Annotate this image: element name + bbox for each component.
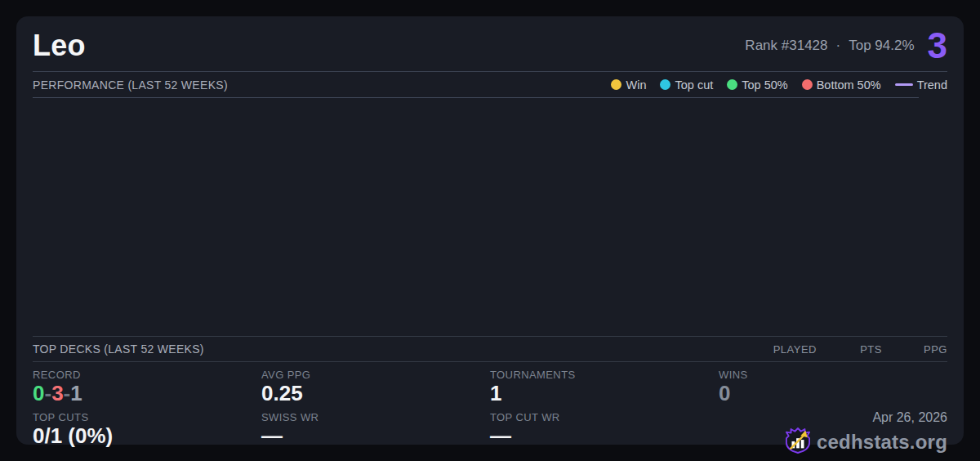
wins-value: 0 — [719, 382, 947, 406]
footer-cell: Apr 26, 2026 cedhstats.org — [719, 409, 947, 454]
performance-chart — [33, 97, 919, 336]
rank-separator: · — [836, 38, 841, 54]
win-dot-icon — [611, 79, 621, 90]
column-pts: PTS — [817, 343, 882, 356]
stat-label: RECORD — [33, 369, 261, 381]
card-header: Leo Rank #31428 · Top 94.2% 3 — [33, 16, 947, 72]
legend-label: Win — [626, 78, 646, 92]
legend-item-trend: Trend — [895, 78, 947, 92]
top50-dot-icon — [727, 79, 737, 90]
chart-legend: Win Top cut Top 50% Bottom 50% Trend — [611, 78, 947, 92]
tournaments-value: 1 — [490, 382, 719, 406]
avg-ppg-value: 0.25 — [261, 382, 490, 406]
shield-chart-arrow-icon — [786, 427, 810, 457]
stat-label: WINS — [719, 369, 947, 381]
performance-section-title: PERFORMANCE (LAST 52 WEEKS) — [33, 78, 228, 92]
top-percent-label: Top 94.2% — [849, 38, 914, 54]
record-value: 0-3-1 — [33, 382, 261, 406]
brand-row: cedhstats.org — [786, 427, 947, 457]
stat-top-cuts: TOP CUTS 0/1 (0%) — [33, 409, 261, 454]
page-title: Leo — [33, 29, 86, 63]
legend-label: Trend — [917, 78, 947, 92]
record-dash: - — [64, 381, 71, 405]
stat-swiss-wr: SWISS WR — — [261, 409, 490, 454]
top-decks-section-title: TOP DECKS (LAST 52 WEEKS) — [33, 342, 204, 356]
record-dash: - — [44, 381, 51, 405]
column-played: PLAYED — [751, 343, 817, 356]
column-ppg: PPG — [882, 343, 947, 356]
stat-label: TOURNAMENTS — [490, 369, 719, 381]
stat-wins: WINS 0 — [719, 366, 947, 409]
stat-record: RECORD 0-3-1 — [33, 366, 261, 409]
topcut-dot-icon — [660, 79, 670, 90]
brand-name: cedhstats.org — [817, 431, 947, 454]
swiss-wr-value: — — [261, 424, 490, 449]
legend-item-win: Win — [611, 78, 646, 92]
stats-grid: RECORD 0-3-1 AVG PPG 0.25 TOURNAMENTS 1 … — [33, 362, 947, 454]
bottom50-dot-icon — [802, 79, 813, 90]
legend-item-topcut: Top cut — [660, 78, 713, 92]
record-wins: 0 — [33, 381, 44, 405]
top-cut-wr-value: — — [490, 424, 719, 449]
rating-number: 3 — [928, 28, 947, 64]
stat-tournaments: TOURNAMENTS 1 — [490, 366, 719, 409]
player-stats-card: Leo Rank #31428 · Top 94.2% 3 PERFORMANC… — [16, 16, 964, 445]
trend-line-icon — [895, 83, 913, 86]
rank-label: Rank #31428 — [745, 38, 827, 54]
rank-group: Rank #31428 · Top 94.2% 3 — [745, 28, 947, 64]
legend-item-bottom50: Bottom 50% — [802, 78, 881, 92]
record-draws: 1 — [70, 381, 82, 405]
stat-label: AVG PPG — [261, 369, 490, 381]
top-decks-columns: PLAYED PTS PPG — [751, 343, 947, 356]
stat-label: TOP CUTS — [33, 411, 261, 423]
stat-label: TOP CUT WR — [490, 411, 719, 423]
record-losses: 3 — [51, 381, 63, 405]
stat-top-cut-wr: TOP CUT WR — — [490, 409, 719, 454]
legend-item-top50: Top 50% — [727, 78, 787, 92]
stat-avg-ppg: AVG PPG 0.25 — [261, 366, 490, 409]
top-decks-header-row: TOP DECKS (LAST 52 WEEKS) PLAYED PTS PPG — [33, 336, 947, 362]
top-cuts-value: 0/1 (0%) — [33, 424, 261, 449]
stat-label: SWISS WR — [261, 411, 490, 423]
performance-header-row: PERFORMANCE (LAST 52 WEEKS) Win Top cut … — [33, 72, 947, 97]
report-date: Apr 26, 2026 — [872, 410, 947, 425]
legend-label: Top cut — [675, 78, 713, 92]
legend-label: Top 50% — [742, 78, 787, 92]
legend-label: Bottom 50% — [817, 78, 881, 92]
